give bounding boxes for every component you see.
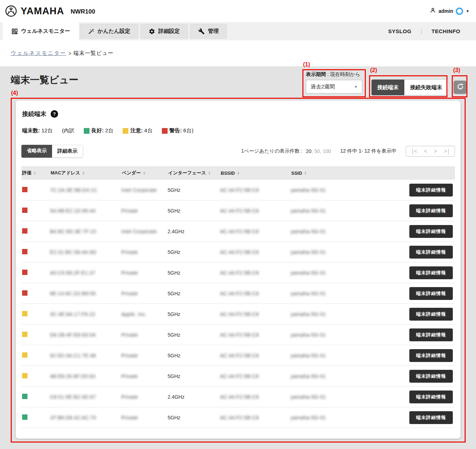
- column-header-BSSID[interactable]: BSSID▲▼: [220, 170, 291, 176]
- ssid-redacted: yamaha-5G-01: [291, 394, 326, 400]
- rating-good-icon: [22, 394, 27, 399]
- detail-view-button[interactable]: 詳細表示: [52, 145, 83, 158]
- column-header-ベンダー[interactable]: ベンダー▲▼: [121, 170, 168, 176]
- device-detail-button[interactable]: 端末詳細情報: [409, 308, 453, 321]
- top-header: YAMAHA NWR100 admin ▼: [0, 0, 476, 22]
- bssid-redacted: AC:44:F2:5B:C8: [220, 311, 259, 317]
- table-row: C8:01:5E:B2:3D:97Private2.4GHzAC:44:F2:5…: [21, 387, 455, 407]
- tab-wellness-monitor[interactable]: ウェルネスモニター: [3, 22, 79, 40]
- device-detail-button[interactable]: 端末詳細情報: [409, 328, 453, 341]
- next-page-button[interactable]: >: [430, 148, 440, 154]
- device-detail-button[interactable]: 端末詳細情報: [409, 349, 453, 362]
- ssid-redacted: yamaha-5G-01: [291, 229, 326, 234]
- compact-view-button[interactable]: 省略表示: [21, 145, 52, 158]
- rating-warn-icon: [22, 332, 27, 337]
- vendor-redacted: Private: [121, 208, 138, 214]
- table-row: 7C:2A:3E:9B:D4:1CIntel Corporate5GHzAC:4…: [21, 180, 455, 200]
- column-header-MACアドレス[interactable]: MACアドレス▲▼: [50, 170, 121, 176]
- ssid-redacted: yamaha-5G-01: [291, 311, 326, 317]
- yamaha-logo-icon: [5, 5, 17, 17]
- table-row: D6:2B:4F:E8:93:0APrivate5GHzAC:44:F2:5B:…: [21, 325, 455, 345]
- interface-value: 5GHz: [168, 187, 180, 193]
- user-name: admin: [439, 8, 453, 14]
- tab-strip: ウェルネスモニターかんたん設定詳細設定管理 SYSLOG|TECHINFO: [0, 22, 476, 40]
- ssid-redacted: yamaha-5G-01: [291, 249, 326, 255]
- sort-icon: ▲▼: [143, 171, 145, 175]
- panel-title: 接続端末: [22, 110, 46, 118]
- per-page-selector: 1ページあたりの表示件数 : 20,50,100: [241, 148, 331, 154]
- good-count: 良好: 2台: [91, 127, 114, 134]
- chevron-down-icon: ▼: [466, 9, 470, 13]
- ssid-redacted: yamaha-5G-01: [291, 208, 326, 214]
- refresh-button[interactable]: [454, 81, 467, 94]
- help-icon[interactable]: ?: [51, 110, 58, 118]
- bssid-redacted: AC:44:F2:5B:C8: [220, 291, 259, 296]
- prev-page-button[interactable]: <: [420, 148, 430, 154]
- breadcrumb: ウェルネスモニター > 端末一覧ビュー: [0, 40, 476, 66]
- breadcrumb-parent-link[interactable]: ウェルネスモニター: [11, 50, 66, 57]
- device-detail-button[interactable]: 端末詳細情報: [409, 246, 453, 259]
- tab-label: かんたん設定: [98, 28, 130, 35]
- rating-warn-icon: [22, 373, 27, 378]
- table-row: 8E:14:6C:D2:B9:55Private5GHzAC:44:F2:5B:…: [21, 283, 455, 304]
- tab-easy-setup[interactable]: かんたん設定: [80, 24, 138, 39]
- device-detail-button[interactable]: 端末詳細情報: [409, 287, 453, 300]
- bssid-redacted: AC:44:F2:5B:C8: [220, 270, 259, 276]
- device-detail-button[interactable]: 端末詳細情報: [409, 225, 453, 238]
- rating-warn-icon: [22, 311, 27, 316]
- gear-icon: [149, 28, 155, 35]
- breadcrumb-current: 端末一覧ビュー: [73, 50, 114, 57]
- mac-address-redacted: E2:31:BC:58:4A:6D: [50, 249, 97, 255]
- per-page-option-100[interactable]: 100: [323, 148, 331, 154]
- per-page-option-50[interactable]: 50: [314, 148, 320, 154]
- page-title: 端末一覧ビュー: [11, 73, 78, 86]
- top-link-techinfo[interactable]: TECHINFO: [422, 28, 470, 34]
- devices-table: 評価▲▼MACアドレス▲▼ベンダー▲▼インターフェース▲▼BSSID▲▼SSID…: [21, 166, 455, 428]
- interface-value: 5GHz: [168, 291, 180, 296]
- bssid-redacted: AC:44:F2:5B:C8: [220, 187, 259, 193]
- mac-address-redacted: 1F:B6:D8:42:AC:70: [50, 415, 96, 420]
- bssid-redacted: AC:44:F2:5B:C8: [220, 332, 259, 338]
- per-page-label: 1ページあたりの表示件数 :: [241, 148, 302, 154]
- column-header-インターフェース[interactable]: インターフェース▲▼: [168, 170, 220, 176]
- annotation-label-2: (2): [370, 67, 377, 73]
- rating-alert-icon: [22, 208, 27, 213]
- ssid-redacted: yamaha-5G-01: [291, 187, 326, 193]
- vendor-redacted: Private: [121, 353, 138, 358]
- device-detail-button[interactable]: 端末詳細情報: [409, 411, 453, 424]
- top-link-syslog[interactable]: SYSLOG: [379, 28, 421, 34]
- vendor-redacted: Private: [121, 249, 138, 255]
- failed-devices-tab[interactable]: 接続失敗端末: [404, 80, 448, 95]
- connected-devices-panel: 接続端末 ? 端末数: 12台 (内訳 良好: 2台注意: 4台警告: 6台) …: [16, 101, 461, 439]
- wrench-icon: [198, 28, 205, 35]
- column-header-SSID[interactable]: SSID▲▼: [291, 170, 401, 176]
- last-page-button[interactable]: >|: [440, 148, 453, 154]
- table-row: A0:C5:89:2F:E1:37Private5GHzAC:44:F2:5B:…: [21, 262, 455, 283]
- period-select[interactable]: 過去2週間 ▼: [306, 80, 362, 93]
- connected-devices-tab[interactable]: 接続端末: [372, 80, 404, 95]
- breadcrumb-separator: >: [68, 51, 71, 56]
- column-header-評価[interactable]: 評価▲▼: [21, 170, 50, 176]
- per-page-option-20[interactable]: 20: [306, 148, 312, 154]
- bssid-redacted: AC:44:F2:5B:C8: [220, 394, 259, 400]
- device-detail-button[interactable]: 端末詳細情報: [409, 391, 453, 403]
- device-detail-button[interactable]: 端末詳細情報: [409, 184, 453, 197]
- vendor-redacted: Private: [121, 270, 138, 276]
- tab-detail-setup[interactable]: 詳細設定: [140, 24, 188, 39]
- per-page-comma: ,: [320, 148, 321, 154]
- status-ring-icon: [456, 7, 463, 15]
- table-body: 7C:2A:3E:9B:D4:1CIntel Corporate5GHzAC:4…: [21, 180, 455, 428]
- interface-value: 2.4GHz: [168, 229, 184, 234]
- device-detail-button[interactable]: 端末詳細情報: [409, 266, 453, 279]
- first-page-button[interactable]: |<: [408, 148, 420, 154]
- ssid-redacted: yamaha-5G-01: [291, 373, 326, 379]
- device-count-summary: 端末数: 12台 (内訳 良好: 2台注意: 4台警告: 6台): [22, 127, 455, 134]
- device-detail-button[interactable]: 端末詳細情報: [409, 370, 453, 383]
- device-detail-button[interactable]: 端末詳細情報: [409, 204, 453, 217]
- device-model: NWR100: [71, 8, 95, 15]
- vendor-redacted: Intel Corporate: [121, 229, 157, 234]
- user-menu[interactable]: admin ▼: [430, 7, 470, 15]
- mac-address-redacted: 92:5D:3A:C1:7E:48: [50, 353, 96, 358]
- tab-admin[interactable]: 管理: [190, 24, 227, 39]
- select-caret-icon: ▼: [354, 85, 358, 89]
